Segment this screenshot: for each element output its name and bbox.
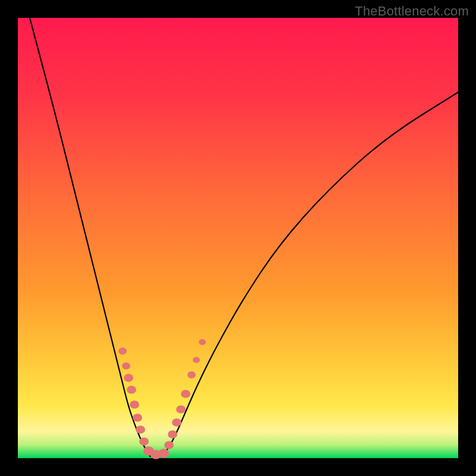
data-dot — [176, 405, 186, 414]
watermark-text: TheBottleneck.com — [355, 4, 469, 19]
data-dot — [181, 390, 190, 398]
data-dot — [158, 449, 169, 458]
plot-area — [18, 18, 458, 458]
data-dot — [130, 400, 139, 409]
bottleneck-curve — [18, 18, 458, 458]
chart-frame: TheBottleneck.com — [0, 0, 476, 476]
data-dot — [168, 430, 177, 439]
data-dot — [136, 425, 145, 434]
data-dot — [199, 339, 206, 345]
data-dot — [118, 347, 127, 355]
data-dot — [139, 437, 149, 446]
data-dot — [133, 414, 142, 422]
data-dot — [187, 371, 196, 378]
data-dot — [122, 362, 130, 369]
data-dot — [193, 357, 200, 363]
data-dot — [127, 386, 136, 394]
data-dot — [124, 374, 133, 382]
data-dot — [172, 418, 181, 427]
data-dots-cluster — [118, 339, 206, 459]
curve-right-branch — [161, 92, 458, 457]
data-dot — [164, 441, 174, 449]
